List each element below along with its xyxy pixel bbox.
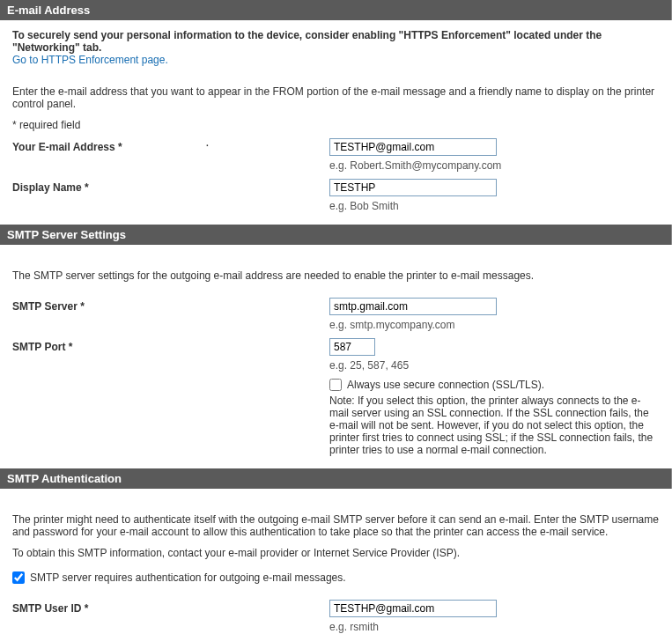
auth-required-checkbox[interactable] xyxy=(12,571,25,584)
smtp-port-row: SMTP Port * e.g. 25, 587, 465 Always use… xyxy=(12,338,660,456)
ssl-note: Note: If you select this option, the pri… xyxy=(329,394,660,456)
auth-description: The printer might need to authenticate i… xyxy=(12,513,660,538)
email-section-title: E-mail Address xyxy=(7,4,90,17)
smtp-user-row: SMTP User ID * e.g. rsmith xyxy=(12,600,660,633)
smtp-user-input[interactable] xyxy=(329,600,497,617)
dot-marker: . xyxy=(206,138,209,148)
smtp-server-input[interactable] xyxy=(329,298,497,315)
display-name-input[interactable] xyxy=(329,179,497,196)
auth-section-title: SMTP Authentication xyxy=(7,472,122,485)
display-name-label: Display Name * xyxy=(12,179,329,194)
auth-section-header: SMTP Authentication xyxy=(0,468,672,489)
email-section-header: E-mail Address xyxy=(0,0,672,20)
https-intro-text: To securely send your personal informati… xyxy=(12,29,660,54)
email-address-row: Your E-mail Address * . e.g. Robert.Smit… xyxy=(12,138,660,172)
auth-required-row: SMTP server requires authentication for … xyxy=(12,571,660,584)
email-section-body: To securely send your personal informati… xyxy=(0,20,672,225)
smtp-port-input[interactable] xyxy=(329,338,375,356)
email-address-example: e.g. Robert.Smith@mycompany.com xyxy=(329,159,660,172)
smtp-port-label: SMTP Port * xyxy=(12,338,329,353)
email-description: Enter the e-mail address that you want t… xyxy=(12,85,660,110)
smtp-server-example: e.g. smtp.mycompany.com xyxy=(329,319,660,331)
auth-obtain-info: To obtain this SMTP information, contact… xyxy=(12,547,660,559)
ssl-checkbox[interactable] xyxy=(329,379,342,391)
required-field-note: * required field xyxy=(12,119,660,131)
smtp-user-label: SMTP User ID * xyxy=(12,600,329,615)
smtp-description: The SMTP server settings for the outgoin… xyxy=(12,269,660,282)
smtp-section-header: SMTP Server Settings xyxy=(0,225,672,245)
display-name-example: e.g. Bob Smith xyxy=(329,200,660,212)
ssl-checkbox-label: Always use secure connection (SSL/TLS). xyxy=(347,379,544,391)
smtp-server-label: SMTP Server * xyxy=(12,298,329,313)
smtp-section-title: SMTP Server Settings xyxy=(7,228,126,241)
smtp-section-body: The SMTP server settings for the outgoin… xyxy=(0,245,672,468)
smtp-server-row: SMTP Server * e.g. smtp.mycompany.com xyxy=(12,298,660,331)
smtp-user-example: e.g. rsmith xyxy=(329,621,660,633)
email-address-label: Your E-mail Address * . xyxy=(12,138,329,153)
smtp-port-example: e.g. 25, 587, 465 xyxy=(329,359,660,372)
ssl-checkbox-row: Always use secure connection (SSL/TLS). xyxy=(329,379,660,391)
email-address-input[interactable] xyxy=(329,138,497,156)
display-name-row: Display Name * e.g. Bob Smith xyxy=(12,179,660,212)
auth-section-body: The printer might need to authenticate i… xyxy=(0,489,672,634)
auth-required-label: SMTP server requires authentication for … xyxy=(30,571,346,584)
https-enforcement-link[interactable]: Go to HTTPS Enforcement page. xyxy=(12,54,168,66)
